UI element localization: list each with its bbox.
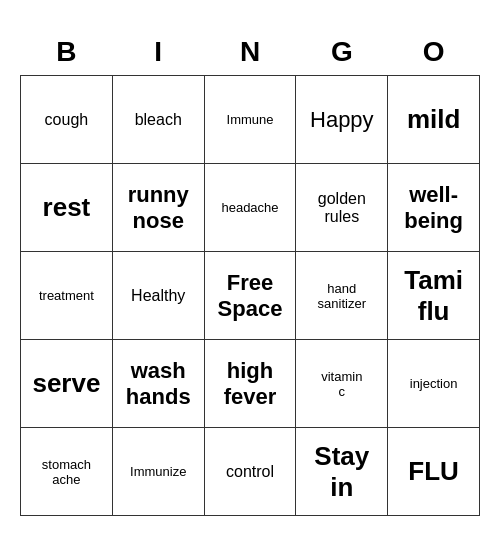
- header-letter-o: O: [388, 28, 480, 76]
- cell-text-0-3: Happy: [298, 107, 385, 133]
- cell-text-1-3: goldenrules: [298, 190, 385, 226]
- bingo-cell-0-3: Happy: [296, 76, 388, 164]
- bingo-cell-1-3: goldenrules: [296, 164, 388, 252]
- bingo-row-2: treatmentHealthyFreeSpacehandsanitizerTa…: [21, 252, 480, 340]
- cell-text-2-0: treatment: [23, 288, 110, 303]
- bingo-row-3: servewashhandshighfevervitamincinjection: [21, 340, 480, 428]
- cell-text-0-4: mild: [390, 104, 477, 135]
- bingo-cell-3-0: serve: [21, 340, 113, 428]
- bingo-row-0: coughbleachImmuneHappymild: [21, 76, 480, 164]
- bingo-cell-3-2: highfever: [204, 340, 296, 428]
- cell-text-0-2: Immune: [207, 112, 294, 127]
- cell-text-2-1: Healthy: [115, 287, 202, 305]
- cell-text-2-2: FreeSpace: [207, 270, 294, 322]
- header-letter-n: N: [204, 28, 296, 76]
- cell-text-3-1: washhands: [115, 358, 202, 410]
- bingo-cell-2-2: FreeSpace: [204, 252, 296, 340]
- bingo-cell-0-0: cough: [21, 76, 113, 164]
- bingo-cell-1-0: rest: [21, 164, 113, 252]
- header-letter-b: B: [21, 28, 113, 76]
- cell-text-3-0: serve: [23, 368, 110, 399]
- bingo-cell-2-1: Healthy: [112, 252, 204, 340]
- bingo-cell-1-1: runnynose: [112, 164, 204, 252]
- bingo-row-1: restrunnynoseheadachegoldenruleswell-bei…: [21, 164, 480, 252]
- bingo-cell-3-3: vitaminc: [296, 340, 388, 428]
- bingo-cell-2-0: treatment: [21, 252, 113, 340]
- cell-text-3-3: vitaminc: [298, 369, 385, 399]
- bingo-cell-2-4: Tamiflu: [388, 252, 480, 340]
- bingo-row-4: stomachacheImmunizecontrolStayinFLU: [21, 428, 480, 516]
- cell-text-0-0: cough: [23, 111, 110, 129]
- bingo-header: BINGO: [21, 28, 480, 76]
- bingo-cell-4-1: Immunize: [112, 428, 204, 516]
- cell-text-0-1: bleach: [115, 111, 202, 129]
- cell-text-4-3: Stayin: [298, 441, 385, 503]
- bingo-cell-0-4: mild: [388, 76, 480, 164]
- cell-text-2-4: Tamiflu: [390, 265, 477, 327]
- bingo-cell-1-2: headache: [204, 164, 296, 252]
- cell-text-2-3: handsanitizer: [298, 281, 385, 311]
- cell-text-4-4: FLU: [390, 456, 477, 487]
- cell-text-3-4: injection: [390, 376, 477, 391]
- cell-text-1-0: rest: [23, 192, 110, 223]
- cell-text-1-4: well-being: [390, 182, 477, 234]
- cell-text-4-2: control: [207, 463, 294, 481]
- cell-text-1-1: runnynose: [115, 182, 202, 234]
- bingo-cell-0-1: bleach: [112, 76, 204, 164]
- bingo-cell-4-0: stomachache: [21, 428, 113, 516]
- bingo-cell-1-4: well-being: [388, 164, 480, 252]
- bingo-cell-4-4: FLU: [388, 428, 480, 516]
- cell-text-1-2: headache: [207, 200, 294, 215]
- bingo-card: BINGO coughbleachImmuneHappymildrestrunn…: [20, 28, 480, 517]
- cell-text-4-1: Immunize: [115, 464, 202, 479]
- header-letter-i: I: [112, 28, 204, 76]
- header-letter-g: G: [296, 28, 388, 76]
- bingo-cell-3-4: injection: [388, 340, 480, 428]
- bingo-cell-4-2: control: [204, 428, 296, 516]
- bingo-cell-2-3: handsanitizer: [296, 252, 388, 340]
- bingo-cell-3-1: washhands: [112, 340, 204, 428]
- cell-text-4-0: stomachache: [23, 457, 110, 487]
- cell-text-3-2: highfever: [207, 358, 294, 410]
- bingo-cell-0-2: Immune: [204, 76, 296, 164]
- bingo-cell-4-3: Stayin: [296, 428, 388, 516]
